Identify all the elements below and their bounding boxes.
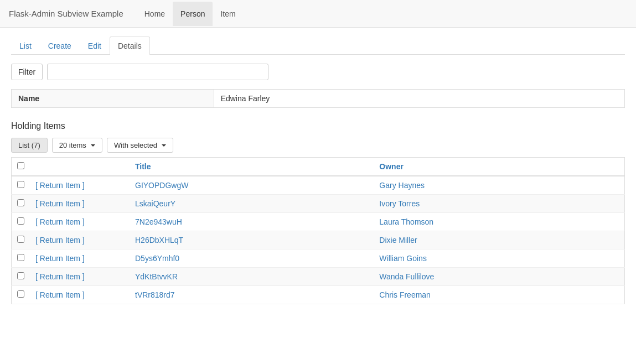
- app-brand: Flask-Admin Subview Example: [9, 9, 123, 18]
- items-dropdown-button[interactable]: 20 items: [52, 138, 102, 153]
- title-link[interactable]: LskaiQeurY: [135, 199, 175, 208]
- list-tab-button[interactable]: List (7): [11, 138, 48, 153]
- owner-link[interactable]: Ivory Torres: [379, 199, 420, 208]
- header-title[interactable]: Title: [130, 158, 374, 176]
- title-col-label: Title: [135, 162, 151, 171]
- return-item-link[interactable]: [ Return Item ]: [35, 217, 85, 226]
- detail-table: Name Edwina Farley: [11, 89, 625, 108]
- nav-item[interactable]: Item: [213, 2, 243, 26]
- row-owner-cell: Wanda Fullilove: [374, 268, 624, 286]
- row-owner-cell: Ivory Torres: [374, 195, 624, 213]
- row-action-cell: [ Return Item ]: [30, 231, 130, 249]
- row-checkbox[interactable]: [17, 199, 24, 206]
- title-link[interactable]: YdKtBtvvKR: [135, 272, 178, 281]
- row-owner-cell: Dixie Miller: [374, 231, 624, 249]
- row-title-cell: tVRr818rd7: [130, 286, 374, 304]
- row-owner-cell: Gary Haynes: [374, 176, 624, 195]
- page-content: List Create Edit Details Filter Name Edw…: [0, 28, 636, 313]
- nav-home[interactable]: Home: [137, 2, 173, 26]
- row-checkbox-cell: [12, 195, 30, 213]
- row-action-cell: [ Return Item ]: [30, 286, 130, 304]
- with-selected-caret-icon: [162, 144, 166, 147]
- row-owner-cell: Chris Freeman: [374, 286, 624, 304]
- row-checkbox[interactable]: [17, 290, 24, 298]
- with-selected-button[interactable]: With selected: [107, 138, 173, 153]
- title-link[interactable]: H26DbXHLqT: [135, 236, 183, 245]
- title-link[interactable]: GIYOPDGwgW: [135, 181, 188, 190]
- title-link[interactable]: D5ys6Ymhf0: [135, 254, 179, 263]
- table-row: [ Return Item ] 7N2e943wuH Laura Thomson: [12, 213, 625, 231]
- row-title-cell: H26DbXHLqT: [130, 231, 374, 249]
- tab-details[interactable]: Details: [110, 37, 150, 55]
- sub-tabs: List Create Edit Details: [11, 37, 625, 55]
- title-link[interactable]: tVRr818rd7: [135, 290, 175, 299]
- owner-link[interactable]: Laura Thomson: [379, 217, 433, 226]
- table-row: [ Return Item ] YdKtBtvvKR Wanda Fullilo…: [12, 268, 625, 286]
- title-link[interactable]: 7N2e943wuH: [135, 217, 182, 226]
- table-row: [ Return Item ] D5ys6Ymhf0 William Goins: [12, 249, 625, 268]
- row-action-cell: [ Return Item ]: [30, 268, 130, 286]
- row-checkbox[interactable]: [17, 181, 24, 188]
- items-label: 20 items: [59, 141, 86, 149]
- row-owner-cell: William Goins: [374, 249, 624, 268]
- navbar: Flask-Admin Subview Example Home Person …: [0, 0, 636, 28]
- filter-button[interactable]: Filter: [11, 64, 43, 80]
- table-row: [ Return Item ] GIYOPDGwgW Gary Haynes: [12, 176, 625, 195]
- header-action-col: [30, 158, 130, 176]
- row-checkbox-cell: [12, 213, 30, 231]
- row-checkbox-cell: [12, 231, 30, 249]
- row-action-cell: [ Return Item ]: [30, 195, 130, 213]
- detail-value: Edwina Farley: [214, 90, 624, 108]
- row-checkbox[interactable]: [17, 236, 24, 243]
- owner-link[interactable]: William Goins: [379, 254, 427, 263]
- row-checkbox[interactable]: [17, 254, 24, 261]
- return-item-link[interactable]: [ Return Item ]: [35, 254, 85, 263]
- row-checkbox-cell: [12, 268, 30, 286]
- row-title-cell: D5ys6Ymhf0: [130, 249, 374, 268]
- detail-label: Name: [12, 90, 214, 108]
- return-item-link[interactable]: [ Return Item ]: [35, 272, 85, 281]
- row-checkbox[interactable]: [17, 217, 24, 225]
- row-title-cell: GIYOPDGwgW: [130, 176, 374, 195]
- table-row: [ Return Item ] tVRr818rd7 Chris Freeman: [12, 286, 625, 304]
- list-tab-label: List (7): [18, 141, 40, 149]
- row-title-cell: LskaiQeurY: [130, 195, 374, 213]
- return-item-link[interactable]: [ Return Item ]: [35, 290, 85, 299]
- table-header-row: Title Owner: [12, 158, 625, 176]
- section-heading: Holding Items: [11, 121, 625, 131]
- tab-create[interactable]: Create: [40, 37, 80, 55]
- row-action-cell: [ Return Item ]: [30, 213, 130, 231]
- row-title-cell: 7N2e943wuH: [130, 213, 374, 231]
- filter-bar: Filter: [11, 64, 625, 80]
- header-owner[interactable]: Owner: [374, 158, 624, 176]
- nav-person[interactable]: Person: [173, 2, 213, 26]
- table-row: [ Return Item ] H26DbXHLqT Dixie Miller: [12, 231, 625, 249]
- owner-link[interactable]: Dixie Miller: [379, 236, 417, 245]
- tab-edit[interactable]: Edit: [80, 37, 110, 55]
- filter-input[interactable]: [47, 64, 268, 80]
- with-selected-label: With selected: [114, 141, 157, 149]
- select-all-checkbox[interactable]: [17, 162, 24, 169]
- return-item-link[interactable]: [ Return Item ]: [35, 181, 85, 190]
- row-checkbox-cell: [12, 176, 30, 195]
- tab-list[interactable]: List: [11, 37, 40, 55]
- row-title-cell: YdKtBtvvKR: [130, 268, 374, 286]
- owner-link[interactable]: Chris Freeman: [379, 290, 431, 299]
- items-caret-icon: [91, 144, 95, 147]
- row-action-cell: [ Return Item ]: [30, 176, 130, 195]
- row-checkbox[interactable]: [17, 272, 24, 279]
- table-row: [ Return Item ] LskaiQeurY Ivory Torres: [12, 195, 625, 213]
- row-checkbox-cell: [12, 286, 30, 304]
- owner-col-label: Owner: [379, 162, 404, 171]
- row-owner-cell: Laura Thomson: [374, 213, 624, 231]
- owner-link[interactable]: Gary Haynes: [379, 181, 425, 190]
- items-table: Title Owner [ Return Item ] GIYOPDGwgW G…: [11, 157, 625, 304]
- return-item-link[interactable]: [ Return Item ]: [35, 199, 85, 208]
- owner-link[interactable]: Wanda Fullilove: [379, 272, 434, 281]
- return-item-link[interactable]: [ Return Item ]: [35, 236, 85, 245]
- row-action-cell: [ Return Item ]: [30, 249, 130, 268]
- row-checkbox-cell: [12, 249, 30, 268]
- header-checkbox-col: [12, 158, 30, 176]
- items-toolbar: List (7) 20 items With selected: [11, 138, 625, 153]
- detail-row: Name Edwina Farley: [12, 90, 625, 108]
